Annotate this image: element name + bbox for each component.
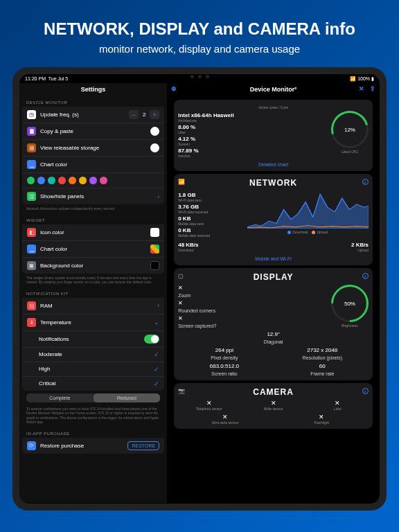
row-show-hide[interactable]: ▥ Show/hide panels › [22, 188, 164, 204]
row-bg-color[interactable]: ◼ Background color [22, 258, 164, 274]
check-icon: ✓ [154, 380, 159, 387]
row-update-freq[interactable]: ◷ Update freq. (s) − 2 + [22, 107, 164, 123]
seg-reduced[interactable]: Reduced [94, 393, 161, 402]
bg-icon: ◼ [27, 261, 36, 270]
app-title: Device Monitor² [250, 86, 297, 93]
display-icon: ▢ [178, 273, 184, 279]
swatch-white2[interactable] [150, 143, 159, 152]
group-iap: IN-APP PURCHASE [22, 428, 164, 438]
row-restore[interactable]: ⟳ Restore purchase RESTORE [22, 438, 164, 454]
swatch-icon-color[interactable] [150, 228, 159, 237]
clipboard-icon: 📋 [27, 127, 36, 136]
chevron-down-icon: ⌄ [154, 319, 159, 326]
stepper-plus[interactable]: + [150, 110, 159, 119]
row-critical[interactable]: Critical ✓ [22, 377, 164, 391]
chevron-left-icon: ‹ [157, 302, 159, 309]
restore-button[interactable]: RESTORE [127, 441, 159, 450]
restore-icon: ⟳ [27, 441, 36, 450]
color-palette[interactable] [22, 173, 164, 188]
info-icon[interactable]: i [362, 273, 369, 279]
row-chart-color2[interactable]: ▁ Chart color [22, 241, 164, 258]
hero-subtitle: monitor network, display and camera usag… [14, 43, 385, 55]
cpu-header-icon[interactable]: ⊕ [171, 85, 177, 92]
notch [175, 74, 224, 79]
icon-color-icon: ◧ [27, 228, 36, 237]
camera-card: 📷CAMERAi ✕Telephoto sensor ✕Wide sensor … [174, 383, 373, 429]
row-high[interactable]: High ✓ [22, 362, 164, 377]
chevron-right-icon: › [157, 193, 159, 200]
check-icon: ✓ [154, 366, 159, 373]
settings-title: Settings [19, 83, 167, 97]
row-copy-paste[interactable]: 📋 Copy & paste [22, 123, 164, 140]
freq-stepper[interactable]: − 2 + [129, 110, 159, 119]
swatch-white[interactable] [150, 127, 159, 136]
row-temperature[interactable]: 🌡 Temperature ⌄ [22, 314, 164, 331]
storage-icon: ▦ [27, 143, 36, 152]
wifi-icon: 📶 [178, 179, 186, 185]
hero-title: NETWORK, DISPLAY and CAMERA info [14, 19, 385, 39]
chart-icon2: ▁ [27, 245, 36, 254]
row-view-storage[interactable]: ▦ View releasable storage [22, 140, 164, 157]
detailed-chart-link[interactable]: Detailed chart [178, 162, 369, 167]
clock-icon: ◷ [27, 110, 36, 119]
group-widget: WIDGET [22, 215, 164, 224]
cpu-card: Active cores / Core Intel x86-64h Haswel… [174, 100, 373, 171]
share-icon[interactable]: ⇪ [370, 85, 375, 92]
check-icon: ✓ [154, 351, 159, 358]
network-card: 📶NETWORKi 1.8 GBWi-Fi data sent 3.76 GBW… [174, 174, 373, 265]
stepper-minus[interactable]: − [129, 110, 139, 119]
group-device-monitor: DEVICE MONITOR [22, 97, 164, 107]
swatch-black[interactable] [150, 261, 159, 270]
swatch-multi[interactable] [150, 245, 159, 254]
network-chart: DownloadUpload [247, 190, 369, 239]
row-notifications[interactable]: Notifications [22, 331, 164, 348]
caption-network: Network information updates independentl… [22, 204, 164, 215]
info-icon[interactable]: i [362, 388, 369, 394]
tools-icon[interactable]: ✕ [359, 85, 364, 92]
row-icon-color[interactable]: ◧ Icon color [22, 224, 164, 241]
panels-icon: ▥ [27, 192, 36, 201]
toggle-notifications[interactable] [144, 335, 159, 344]
chart-icon: ▁ [27, 160, 36, 169]
tablet-frame: 11:20 PM Tue Jul 5 📶 100% ▮ Settings DEV… [12, 67, 387, 511]
row-moderate[interactable]: Moderate ✓ [22, 348, 164, 362]
group-notif: NOTIFICATION KIT [22, 288, 164, 298]
ram-icon: ▤ [27, 301, 36, 310]
row-ram[interactable]: ▤ RAM ‹ [22, 298, 164, 314]
caption-notif: To receive notifications you need to hav… [22, 405, 164, 428]
seg-complete[interactable]: Complete [26, 393, 94, 402]
row-chart-color[interactable]: ▁ Chart color [22, 157, 164, 173]
temp-icon: 🌡 [27, 318, 36, 327]
segmented-control[interactable]: Complete Reduced [26, 393, 160, 402]
cpu-ring: 12% [331, 111, 369, 148]
caption-widget: The widget charts update automatically e… [22, 274, 164, 288]
camera-icon: 📷 [178, 388, 186, 394]
mobile-wifi-link[interactable]: Mobile and Wi-Fi [178, 256, 369, 261]
info-icon[interactable]: i [362, 179, 369, 185]
brightness-ring: 50% [331, 285, 369, 322]
display-card: ▢DISPLAYi ✕Zoom ✕Rounded corners ✕Screen… [174, 268, 373, 380]
